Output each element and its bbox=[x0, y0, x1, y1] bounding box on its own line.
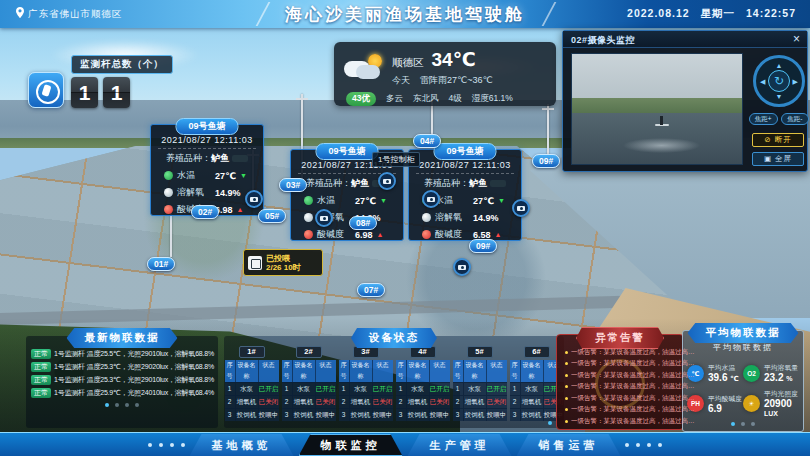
pond-card-title: 09号鱼塘 bbox=[433, 143, 496, 160]
device-status-value: 已关闭 bbox=[259, 395, 279, 408]
nav-tab[interactable]: 物联监控 bbox=[299, 434, 403, 456]
nav-tab[interactable]: 销售运营 bbox=[517, 434, 621, 456]
device-group-tab[interactable]: 6# bbox=[524, 346, 550, 358]
nav-tab[interactable]: 生产管理 bbox=[408, 434, 512, 456]
average-item: ☀ 平均光照度 20900 LUX bbox=[743, 389, 799, 418]
pond-marker-05[interactable]: 05# bbox=[258, 209, 286, 223]
device-group-tab[interactable]: 5# bbox=[467, 346, 493, 358]
metric-label: 水温 bbox=[317, 194, 355, 207]
metric-value: 27℃ bbox=[215, 171, 236, 181]
device-table-header: 序号 设备名称 状态 bbox=[396, 360, 450, 382]
pagination-dot[interactable] bbox=[751, 422, 755, 426]
alarm-text: 一级告警：某某设备温度过高，油温过高… bbox=[571, 405, 695, 414]
pond-marker-04[interactable]: 04# bbox=[413, 134, 441, 148]
average-label: 平均溶氧量 bbox=[764, 363, 798, 372]
trend-up-icon bbox=[495, 231, 502, 238]
device-row: 1 水泵 已开启 bbox=[339, 382, 393, 395]
device-group-tab[interactable]: 1# bbox=[239, 346, 265, 358]
pagination-dot[interactable] bbox=[105, 403, 109, 407]
pagination-dot[interactable] bbox=[731, 422, 735, 426]
counter-digit: 1 bbox=[71, 77, 98, 108]
device-row: 1 水泵 已开启 bbox=[453, 382, 507, 395]
ptz-right-icon[interactable]: ▶ bbox=[793, 78, 798, 85]
device-status-value: 已开启 bbox=[316, 382, 336, 395]
focus-out-button[interactable]: 焦距- bbox=[781, 113, 810, 125]
pole-counter-label: 监测杆总数（个） bbox=[71, 55, 173, 74]
water-temp-icon bbox=[304, 196, 313, 205]
col-name: 设备名称 bbox=[521, 360, 544, 382]
weather-humidity: 湿度61.1% bbox=[472, 93, 513, 105]
pond-marker-01[interactable]: 01# bbox=[147, 257, 175, 271]
fish-thumbnail bbox=[232, 155, 248, 162]
average-unit: LUX bbox=[764, 410, 778, 417]
device-row: 2 增氧机 已关闭 bbox=[225, 395, 279, 408]
camera-marker-icon[interactable] bbox=[422, 190, 440, 208]
ptz-up-icon[interactable]: ▲ bbox=[776, 62, 783, 69]
pagination-dot[interactable] bbox=[125, 403, 129, 407]
dissolved-oxygen-icon bbox=[304, 213, 313, 222]
average-value: 20900 bbox=[764, 398, 792, 409]
disconnect-button[interactable]: ⊘ 断开 bbox=[752, 133, 804, 147]
pagination-dot[interactable] bbox=[548, 421, 552, 425]
species-value: 鲈鱼 bbox=[351, 178, 369, 188]
device-status-value: 已开启 bbox=[373, 382, 393, 395]
average-value: 6.9 bbox=[708, 403, 722, 414]
pagination-dot[interactable] bbox=[741, 422, 745, 426]
nav-tab[interactable]: 基地概览 bbox=[190, 434, 294, 456]
pagination-dot[interactable] bbox=[135, 403, 139, 407]
alarm-bullet-icon bbox=[565, 420, 568, 423]
trend-up-icon bbox=[377, 231, 384, 238]
metric-value: 6.98 bbox=[355, 230, 373, 240]
pond-card-title: 09号鱼塘 bbox=[175, 118, 238, 135]
col-no: 序号 bbox=[339, 360, 350, 382]
alarm-text: 一级告警：某某设备温度过高，油温过高… bbox=[571, 417, 695, 426]
feed-status-line2: 2/26 10时 bbox=[266, 263, 301, 272]
trend-up-icon bbox=[237, 206, 244, 213]
focus-in-button[interactable]: 焦距+ bbox=[749, 113, 778, 125]
col-name: 设备名称 bbox=[236, 360, 259, 382]
dashboard: 广东省佛山市顺德区 海心沙美丽渔场基地驾驶舱 2022.08.12 星期一 14… bbox=[0, 0, 810, 456]
col-name: 设备名称 bbox=[293, 360, 316, 382]
close-icon[interactable]: × bbox=[793, 32, 800, 47]
ptz-down-icon[interactable]: ▼ bbox=[776, 93, 783, 100]
average-item: PH 平均酸碱度 6.9 bbox=[687, 389, 743, 418]
fullscreen-button[interactable]: ▣ 全屏 bbox=[752, 152, 804, 166]
pond-marker-02[interactable]: 02# bbox=[191, 205, 219, 219]
pagination-dot[interactable] bbox=[115, 403, 119, 407]
pond-marker-07[interactable]: 07# bbox=[357, 283, 385, 297]
camera-panel-title: 02#摄像头监控 bbox=[571, 34, 635, 47]
trend-down-icon bbox=[380, 197, 387, 204]
pond-marker-09b[interactable]: 09# bbox=[469, 239, 497, 253]
weather-district: 顺德区 bbox=[392, 56, 424, 70]
pond-marker-09[interactable]: 09# bbox=[532, 154, 560, 168]
camera-marker-icon[interactable] bbox=[512, 199, 530, 217]
col-status: 状态 bbox=[430, 360, 450, 382]
latest-iot-text: 1号监测杆 温度25.9℃，光照24010lux，溶解氧68.4% bbox=[54, 388, 214, 398]
device-group-tab[interactable]: 2# bbox=[296, 346, 322, 358]
average-label: 平均水温 bbox=[708, 363, 739, 372]
average-iot-subtitle: 平均物联数据 bbox=[687, 342, 799, 353]
camera-marker-icon[interactable] bbox=[453, 258, 471, 276]
nav-tabs: 基地概览 物联监控 生产管理 销售运营 bbox=[190, 433, 621, 456]
device-status-panel: 设备状态 1# 序号 设备名称 状态 1 水泵 已开启 bbox=[224, 336, 564, 428]
col-name: 设备名称 bbox=[464, 360, 487, 382]
metric-value: 6.58 bbox=[473, 230, 491, 240]
alarm-bullet-icon bbox=[565, 408, 568, 411]
device-table-header: 序号 设备名称 状态 bbox=[225, 360, 279, 382]
camera-panel-header: 02#摄像头监控 × bbox=[563, 31, 807, 48]
status-badge: 正常 bbox=[31, 388, 51, 398]
device-row: 1 水泵 已开启 bbox=[282, 382, 336, 395]
alarm-bullet-icon bbox=[565, 374, 568, 377]
weather-temp: 34℃ bbox=[432, 48, 476, 71]
alarm-text: 一级告警：某某设备温度过高，油温过高… bbox=[571, 359, 695, 368]
pond-marker-08[interactable]: 08# bbox=[349, 216, 377, 230]
camera-marker-icon[interactable] bbox=[378, 172, 396, 190]
camera-marker-icon[interactable] bbox=[245, 190, 263, 208]
sun-cloud-icon bbox=[344, 54, 384, 82]
ptz-control: ▲ ▼ ◀ ▶ ↻ bbox=[753, 55, 805, 107]
ptz-reset-icon[interactable]: ↻ bbox=[768, 70, 790, 92]
pond-marker-03[interactable]: 03# bbox=[279, 178, 307, 192]
device-status-value: 投喂中 bbox=[487, 408, 507, 421]
ptz-left-icon[interactable]: ◀ bbox=[760, 78, 765, 85]
camera-marker-icon[interactable] bbox=[315, 209, 333, 227]
